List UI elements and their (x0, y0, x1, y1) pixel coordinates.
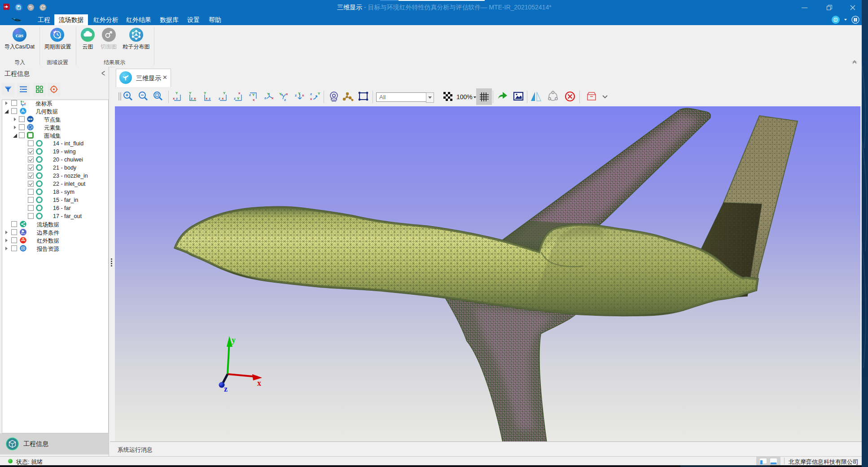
svg-text:z: z (284, 98, 286, 102)
svg-text:z: z (234, 96, 236, 100)
svg-text:z: z (249, 93, 251, 97)
svg-text:Y: Y (189, 91, 192, 95)
svg-text:x: x (238, 91, 241, 95)
svg-text:Y: Y (298, 92, 301, 96)
svg-text:x: x (173, 96, 175, 100)
svg-text:Y: Y (279, 92, 282, 96)
svg-text:x: x (206, 96, 208, 100)
svg-text:x: x (286, 92, 288, 96)
svg-text:Y: Y (175, 91, 178, 95)
svg-text:z: z (176, 96, 178, 100)
svg-text:y: y (232, 336, 236, 345)
svg-text:x: x (24, 102, 26, 105)
svg-text:Y: Y (204, 91, 206, 95)
svg-text:z: z (310, 92, 312, 96)
svg-text:x: x (194, 96, 196, 100)
svg-text:x: x (310, 97, 312, 101)
svg-text:x: x (222, 96, 224, 100)
svg-text:z: z (224, 384, 228, 393)
svg-text:x: x (302, 93, 304, 97)
svg-text:Y: Y (223, 91, 226, 95)
svg-text:x: x (253, 98, 255, 102)
svg-text:z: z (295, 93, 297, 97)
svg-text:Y: Y (318, 92, 320, 96)
svg-text:cas: cas (16, 32, 23, 39)
svg-text:z: z (22, 104, 23, 107)
svg-text:z: z (264, 96, 266, 100)
svg-text:z: z (209, 96, 210, 100)
svg-text:Y: Y (252, 93, 255, 97)
svg-text:z: z (191, 96, 193, 100)
svg-text:Y: Y (237, 96, 240, 100)
svg-text:x: x (257, 379, 261, 388)
svg-text:Y: Y (22, 100, 24, 103)
svg-text:z: z (219, 96, 220, 100)
